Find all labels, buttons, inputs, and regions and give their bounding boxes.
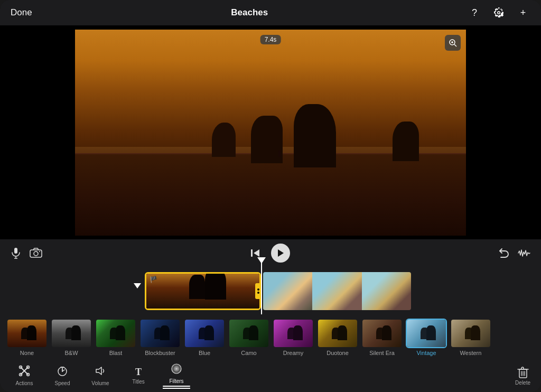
svg-point-13: [257, 288, 259, 291]
svg-rect-7: [30, 250, 42, 257]
tool-actions[interactable]: Actions: [11, 365, 38, 386]
timeline-area: 🏴: [0, 267, 541, 362]
video-canvas: 7.4s: [75, 30, 466, 236]
bottom-toolbar: Actions Speed: [0, 362, 541, 392]
filter-label-vintage: Vintage: [416, 350, 436, 356]
svg-marker-12: [278, 249, 284, 257]
filter-item-camo[interactable]: Camo: [227, 319, 270, 356]
video-preview: 7.4s: [0, 25, 541, 239]
filter-label-duotone: Duotone: [327, 350, 349, 356]
clip-flag-icon: 🏴: [150, 276, 157, 283]
help-icon[interactable]: ?: [467, 5, 482, 20]
svg-point-9: [39, 251, 40, 252]
waveform-icon[interactable]: [518, 248, 530, 258]
svg-marker-23: [96, 367, 101, 375]
toolbar-tools: Actions Speed: [11, 363, 190, 389]
filters-label: Filters: [169, 378, 183, 384]
playhead-line: [261, 262, 262, 314]
timeline-strip: 🏴: [0, 270, 541, 312]
volume-label: Volume: [91, 380, 109, 386]
titles-label: Titles: [132, 379, 145, 385]
svg-rect-4: [14, 248, 17, 254]
filter-item-western[interactable]: Western: [449, 319, 492, 356]
tool-speed[interactable]: Speed: [49, 365, 76, 386]
timeline-clips: 🏴: [79, 272, 411, 310]
controls-bar: [0, 239, 541, 267]
actions-label: Actions: [16, 380, 33, 386]
header-icons: ? +: [467, 5, 530, 20]
timestamp-badge: 7.4s: [260, 35, 281, 44]
filter-thumb-none: [6, 319, 48, 348]
project-title: Beaches: [231, 7, 268, 18]
filter-thumb-vintage: [406, 319, 447, 348]
ground-layer: [75, 153, 466, 236]
filters-icon: [171, 363, 182, 377]
titles-icon: T: [135, 367, 142, 378]
svg-point-26: [175, 368, 178, 370]
camera-icon[interactable]: [30, 248, 42, 258]
volume-icon: [95, 365, 106, 379]
svg-point-8: [34, 251, 38, 256]
filter-label-blue: Blue: [199, 350, 210, 356]
filter-item-blast[interactable]: Blast: [94, 319, 137, 356]
filter-label-blockbuster: Blockbuster: [145, 350, 175, 356]
svg-line-1: [454, 44, 456, 46]
filter-thumb-bw: [51, 319, 92, 348]
controls-right: [498, 248, 530, 258]
filter-item-vintage[interactable]: Vintage: [405, 319, 448, 356]
rock-far: [212, 123, 236, 157]
filter-label-camo: Camo: [241, 350, 256, 356]
filter-label-dreamy: Dreamy: [283, 350, 304, 356]
filter-label-blast: Blast: [109, 350, 122, 356]
filter-label-silentera: Silent Era: [369, 350, 395, 356]
trash-icon: [517, 366, 529, 379]
done-button[interactable]: Done: [11, 7, 32, 18]
filter-thumb-camo: [228, 319, 269, 348]
controls-left: [11, 247, 42, 259]
filter-thumb-blue: [184, 319, 225, 348]
tool-filters[interactable]: Filters: [163, 363, 190, 389]
undo-icon[interactable]: [498, 248, 509, 258]
microphone-icon[interactable]: [11, 247, 21, 259]
zoom-button[interactable]: [445, 35, 461, 51]
filter-item-dreamy[interactable]: Dreamy: [272, 319, 315, 356]
filter-item-blockbuster[interactable]: Blockbuster: [138, 319, 182, 356]
svg-point-14: [257, 292, 259, 294]
filter-item-duotone[interactable]: Duotone: [316, 319, 359, 356]
filter-thumb-blockbuster: [139, 319, 181, 348]
filter-thumb-western: [450, 319, 491, 348]
add-icon[interactable]: +: [516, 5, 530, 20]
filter-label-bw: B&W: [64, 350, 78, 356]
tool-titles[interactable]: T Titles: [125, 367, 152, 385]
actions-icon: [18, 365, 30, 379]
tool-volume[interactable]: Volume: [87, 365, 114, 386]
rock-right: [294, 104, 336, 167]
filter-label-western: Western: [460, 350, 482, 356]
filter-thumb-silentera: [361, 319, 403, 348]
filter-label-none: None: [20, 350, 34, 356]
delete-button[interactable]: Delete: [515, 366, 530, 386]
selected-clip[interactable]: 🏴: [145, 272, 261, 310]
svg-marker-11: [254, 249, 259, 257]
video-scene: 7.4s: [75, 30, 466, 236]
skip-back-icon[interactable]: [250, 248, 260, 258]
rock-left: [251, 116, 283, 163]
filter-thumb-duotone: [317, 319, 358, 348]
filter-item-blue[interactable]: Blue: [183, 319, 226, 356]
clip-end-handle[interactable]: [255, 283, 261, 299]
svg-rect-10: [251, 249, 253, 257]
delete-label: Delete: [515, 380, 530, 386]
filters-strip: None B&W B: [0, 316, 541, 358]
controls-center: [250, 244, 290, 263]
header-bar: Done Beaches ? +: [0, 0, 541, 25]
active-indicator: [163, 386, 190, 387]
playhead-triangle: [134, 283, 141, 288]
filter-item-bw[interactable]: B&W: [50, 319, 93, 356]
filter-item-none[interactable]: None: [5, 319, 49, 356]
next-clip[interactable]: [263, 272, 411, 310]
settings-icon[interactable]: [491, 5, 506, 20]
surfer-figure: [278, 151, 281, 157]
play-button[interactable]: [271, 244, 290, 263]
rock-small: [393, 122, 419, 161]
filter-item-silentera[interactable]: Silent Era: [360, 319, 404, 356]
